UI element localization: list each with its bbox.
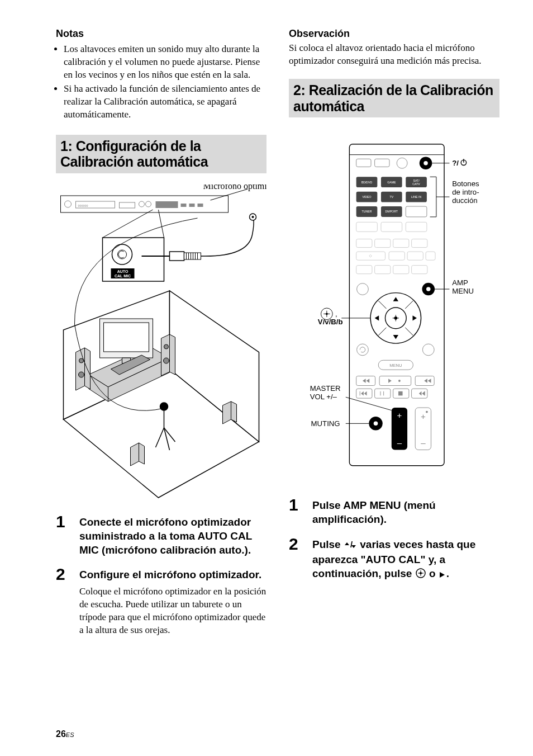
svg-point-100 (394, 316, 398, 320)
svg-rect-9 (189, 204, 195, 207)
figure-receiver-room: 000000 Micrófono optimizador (56, 185, 266, 503)
right-column: Observación Si coloca el altavoz orienta… (289, 28, 499, 642)
svg-rect-121 (375, 389, 391, 399)
svg-text:?/: ?/ (452, 159, 459, 167)
svg-text:MENU: MENU (452, 287, 474, 296)
svg-rect-85 (426, 252, 435, 260)
right-step-1: 1 Pulse AMP MENU (menú amplificación). (289, 497, 499, 530)
svg-point-35 (164, 344, 169, 349)
right-step-2: 2 Pulse / varias veces hasta que aparezc… (289, 536, 499, 586)
svg-point-41 (160, 403, 168, 410)
svg-text:TUNER: TUNER (362, 210, 372, 214)
notes-heading: Notas (56, 28, 266, 40)
svg-text:Botones: Botones (452, 180, 479, 188)
svg-rect-87 (375, 266, 391, 274)
svg-point-14 (118, 250, 127, 259)
svg-line-18 (103, 210, 153, 238)
svg-text:BD/DVD: BD/DVD (361, 181, 373, 184)
svg-point-34 (79, 372, 84, 377)
svg-rect-76 (381, 223, 402, 232)
step-description: Coloque el micrófono optimizador en la p… (79, 585, 266, 637)
svg-text:VOL +/–: VOL +/– (310, 393, 337, 401)
step-number: 1 (56, 513, 69, 530)
right-arrow-icon (439, 569, 446, 583)
svg-rect-82 (356, 252, 386, 260)
svg-point-141 (426, 411, 428, 413)
svg-point-119 (398, 380, 401, 382)
svg-rect-117 (379, 376, 411, 386)
svg-rect-86 (356, 266, 372, 274)
svg-point-48 (423, 161, 428, 166)
page-number: 26ES (56, 729, 74, 739)
svg-rect-10 (198, 204, 203, 207)
svg-text:ducción: ducción (452, 197, 477, 205)
svg-text:AUTO: AUTO (117, 270, 129, 273)
svg-rect-21 (170, 252, 184, 261)
svg-point-92 (426, 287, 431, 292)
svg-point-36 (164, 358, 169, 363)
svg-point-113 (422, 344, 434, 356)
svg-text:LINE IN: LINE IN (411, 195, 421, 199)
svg-rect-127 (398, 391, 403, 396)
svg-text:VIDEO: VIDEO (362, 195, 371, 199)
step-number: 2 (56, 566, 69, 583)
left-step-2: 2 Configure el micrófono optimizador. Co… (56, 566, 266, 636)
fig-label-mic: Micrófono optimizador (203, 185, 267, 191)
section-2-heading: 2: Realización de la Calibración automát… (289, 79, 499, 118)
svg-rect-8 (181, 204, 187, 207)
svg-rect-84 (407, 252, 423, 260)
svg-line-11 (211, 189, 248, 200)
step-title: Configure el micrófono optimizador. (79, 568, 266, 582)
svg-rect-120 (356, 389, 372, 399)
svg-point-33 (79, 358, 84, 363)
svg-text:MASTER: MASTER (310, 384, 341, 393)
svg-rect-45 (375, 159, 389, 167)
svg-text:/: / (350, 541, 353, 549)
svg-text:+: + (421, 412, 426, 421)
step-number: 1 (289, 497, 302, 513)
svg-point-130 (374, 422, 378, 426)
svg-text:CATV: CATV (412, 183, 420, 186)
enter-circle-icon (415, 568, 426, 583)
svg-point-30 (252, 216, 254, 218)
up-down-arrows-icon: / (344, 540, 357, 554)
svg-text:TV: TV (389, 195, 393, 199)
svg-text:–: – (397, 438, 402, 447)
svg-text:,: , (335, 310, 337, 318)
note-item: Si ha activado la función de silenciamie… (64, 83, 266, 121)
notes-list: Los altavoces emiten un sonido muy alto … (56, 43, 266, 121)
figure-remote: ?/ BD/DVD GAME SAT/CATV VIDEO TV LINE IN… (289, 129, 499, 486)
svg-line-19 (159, 210, 164, 238)
svg-point-109 (326, 313, 328, 315)
svg-rect-78 (356, 239, 372, 248)
svg-rect-4 (120, 202, 135, 208)
svg-rect-80 (393, 239, 409, 248)
svg-text:SAT/: SAT/ (413, 179, 420, 182)
svg-rect-83 (389, 252, 404, 260)
svg-rect-89 (412, 266, 427, 274)
svg-text:V/v/B/b: V/v/B/b (318, 318, 343, 327)
step-title: Pulse AMP MENU (menú amplificación). (312, 499, 499, 526)
step-number: 2 (289, 536, 302, 552)
svg-rect-79 (375, 239, 391, 248)
svg-point-112 (357, 344, 369, 356)
note-item: Los altavoces emiten un sonido muy alto … (64, 43, 266, 82)
svg-rect-32 (104, 323, 149, 352)
svg-rect-81 (412, 239, 427, 248)
svg-point-46 (397, 158, 407, 169)
svg-text:000000: 000000 (78, 204, 88, 207)
svg-rect-70 (406, 206, 427, 217)
step-title: Pulse / varias veces hasta que aparezca … (312, 538, 499, 583)
svg-text:CAL MIC: CAL MIC (115, 274, 131, 278)
svg-text:–: – (421, 438, 426, 447)
svg-text:DMPORT: DMPORT (386, 210, 398, 214)
step-title: Conecte el micrófono optimizador suminis… (79, 516, 266, 557)
svg-text:de intro-: de intro- (452, 188, 479, 197)
svg-rect-75 (356, 223, 378, 232)
svg-rect-44 (356, 159, 371, 167)
svg-text:MUTING: MUTING (311, 419, 340, 428)
svg-text:MENU: MENU (389, 363, 402, 368)
svg-rect-77 (406, 223, 427, 232)
svg-point-147 (420, 572, 422, 574)
svg-text:AMP: AMP (452, 279, 468, 287)
